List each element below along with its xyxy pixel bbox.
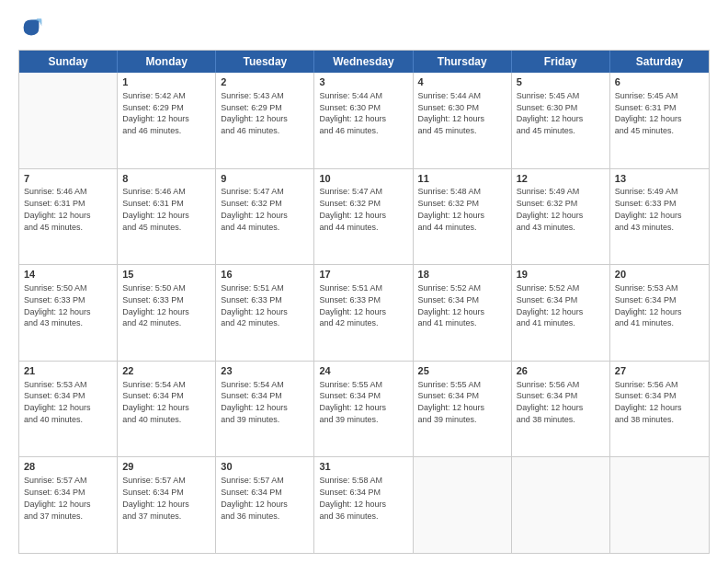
day-info: Sunrise: 5:42 AM Sunset: 6:29 PM Dayligh… bbox=[122, 91, 189, 135]
day-info: Sunrise: 5:43 AM Sunset: 6:29 PM Dayligh… bbox=[221, 91, 288, 135]
day-info: Sunrise: 5:49 AM Sunset: 6:33 PM Dayligh… bbox=[615, 187, 682, 231]
calendar-day-1: 1Sunrise: 5:42 AM Sunset: 6:29 PM Daylig… bbox=[118, 73, 216, 168]
header-day-wednesday: Wednesday bbox=[314, 51, 413, 73]
day-number: 17 bbox=[319, 268, 407, 282]
calendar-day-29: 29Sunrise: 5:57 AM Sunset: 6:34 PM Dayli… bbox=[118, 457, 216, 553]
day-info: Sunrise: 5:51 AM Sunset: 6:33 PM Dayligh… bbox=[319, 283, 386, 327]
day-number: 14 bbox=[24, 268, 112, 282]
day-info: Sunrise: 5:44 AM Sunset: 6:30 PM Dayligh… bbox=[418, 91, 485, 135]
day-number: 13 bbox=[615, 172, 704, 186]
day-info: Sunrise: 5:50 AM Sunset: 6:33 PM Dayligh… bbox=[24, 283, 91, 327]
calendar-day-14: 14Sunrise: 5:50 AM Sunset: 6:33 PM Dayli… bbox=[19, 265, 118, 361]
calendar-day-31: 31Sunrise: 5:58 AM Sunset: 6:34 PM Dayli… bbox=[314, 457, 413, 553]
day-number: 18 bbox=[418, 268, 506, 282]
day-number: 7 bbox=[24, 172, 112, 186]
calendar-day-2: 2Sunrise: 5:43 AM Sunset: 6:29 PM Daylig… bbox=[216, 73, 314, 168]
calendar-day-21: 21Sunrise: 5:53 AM Sunset: 6:34 PM Dayli… bbox=[19, 362, 118, 457]
day-number: 21 bbox=[24, 364, 112, 378]
day-number: 19 bbox=[517, 268, 605, 282]
day-info: Sunrise: 5:45 AM Sunset: 6:31 PM Dayligh… bbox=[615, 91, 682, 135]
calendar-body: 1Sunrise: 5:42 AM Sunset: 6:29 PM Daylig… bbox=[19, 73, 709, 553]
day-info: Sunrise: 5:55 AM Sunset: 6:34 PM Dayligh… bbox=[418, 380, 485, 424]
day-number: 6 bbox=[615, 75, 704, 89]
calendar-day-27: 27Sunrise: 5:56 AM Sunset: 6:34 PM Dayli… bbox=[610, 362, 709, 457]
calendar-day-17: 17Sunrise: 5:51 AM Sunset: 6:33 PM Dayli… bbox=[314, 265, 413, 361]
calendar-week-1: 1Sunrise: 5:42 AM Sunset: 6:29 PM Daylig… bbox=[19, 73, 709, 169]
calendar-day-22: 22Sunrise: 5:54 AM Sunset: 6:34 PM Dayli… bbox=[118, 362, 216, 457]
day-number: 3 bbox=[319, 75, 407, 89]
day-number: 28 bbox=[24, 460, 112, 474]
day-number: 4 bbox=[418, 75, 506, 89]
day-number: 22 bbox=[122, 364, 210, 378]
calendar-day-18: 18Sunrise: 5:52 AM Sunset: 6:34 PM Dayli… bbox=[414, 265, 512, 361]
day-info: Sunrise: 5:45 AM Sunset: 6:30 PM Dayligh… bbox=[517, 91, 584, 135]
day-info: Sunrise: 5:54 AM Sunset: 6:34 PM Dayligh… bbox=[221, 380, 288, 424]
day-info: Sunrise: 5:47 AM Sunset: 6:32 PM Dayligh… bbox=[319, 187, 386, 231]
calendar-day-6: 6Sunrise: 5:45 AM Sunset: 6:31 PM Daylig… bbox=[610, 73, 709, 168]
day-number: 9 bbox=[221, 172, 309, 186]
calendar-day-19: 19Sunrise: 5:52 AM Sunset: 6:34 PM Dayli… bbox=[512, 265, 610, 361]
day-info: Sunrise: 5:49 AM Sunset: 6:32 PM Dayligh… bbox=[517, 187, 584, 231]
calendar-day-25: 25Sunrise: 5:55 AM Sunset: 6:34 PM Dayli… bbox=[414, 362, 512, 457]
calendar-day-13: 13Sunrise: 5:49 AM Sunset: 6:33 PM Dayli… bbox=[610, 169, 709, 265]
calendar-empty-cell bbox=[19, 73, 118, 168]
day-number: 26 bbox=[517, 364, 605, 378]
day-number: 16 bbox=[221, 268, 309, 282]
day-info: Sunrise: 5:44 AM Sunset: 6:30 PM Dayligh… bbox=[319, 91, 386, 135]
calendar-day-10: 10Sunrise: 5:47 AM Sunset: 6:32 PM Dayli… bbox=[314, 169, 413, 265]
calendar-header: SundayMondayTuesdayWednesdayThursdayFrid… bbox=[19, 51, 709, 73]
day-info: Sunrise: 5:46 AM Sunset: 6:31 PM Dayligh… bbox=[122, 187, 189, 231]
calendar-day-8: 8Sunrise: 5:46 AM Sunset: 6:31 PM Daylig… bbox=[118, 169, 216, 265]
day-info: Sunrise: 5:55 AM Sunset: 6:34 PM Dayligh… bbox=[319, 380, 386, 424]
calendar-day-24: 24Sunrise: 5:55 AM Sunset: 6:34 PM Dayli… bbox=[314, 362, 413, 457]
calendar-empty-cell bbox=[414, 457, 512, 553]
day-info: Sunrise: 5:57 AM Sunset: 6:34 PM Dayligh… bbox=[24, 476, 91, 520]
calendar-week-5: 28Sunrise: 5:57 AM Sunset: 6:34 PM Dayli… bbox=[19, 457, 709, 553]
day-number: 11 bbox=[418, 172, 506, 186]
day-number: 12 bbox=[517, 172, 605, 186]
day-number: 10 bbox=[319, 172, 407, 186]
day-info: Sunrise: 5:53 AM Sunset: 6:34 PM Dayligh… bbox=[615, 283, 682, 327]
calendar-week-3: 14Sunrise: 5:50 AM Sunset: 6:33 PM Dayli… bbox=[19, 265, 709, 362]
calendar-empty-cell bbox=[610, 457, 709, 553]
day-info: Sunrise: 5:46 AM Sunset: 6:31 PM Dayligh… bbox=[24, 187, 91, 231]
logo-icon bbox=[18, 15, 44, 40]
day-info: Sunrise: 5:54 AM Sunset: 6:34 PM Dayligh… bbox=[122, 380, 189, 424]
header-day-monday: Monday bbox=[118, 51, 216, 73]
day-number: 2 bbox=[221, 75, 309, 89]
calendar-day-3: 3Sunrise: 5:44 AM Sunset: 6:30 PM Daylig… bbox=[314, 73, 413, 168]
day-info: Sunrise: 5:47 AM Sunset: 6:32 PM Dayligh… bbox=[221, 187, 288, 231]
logo bbox=[18, 15, 48, 40]
header-day-thursday: Thursday bbox=[414, 51, 512, 73]
calendar-day-9: 9Sunrise: 5:47 AM Sunset: 6:32 PM Daylig… bbox=[216, 169, 314, 265]
day-info: Sunrise: 5:53 AM Sunset: 6:34 PM Dayligh… bbox=[24, 380, 91, 424]
calendar-day-26: 26Sunrise: 5:56 AM Sunset: 6:34 PM Dayli… bbox=[512, 362, 610, 457]
day-number: 20 bbox=[615, 268, 704, 282]
day-number: 29 bbox=[122, 460, 210, 474]
calendar-day-20: 20Sunrise: 5:53 AM Sunset: 6:34 PM Dayli… bbox=[610, 265, 709, 361]
header-day-sunday: Sunday bbox=[19, 51, 118, 73]
day-number: 8 bbox=[122, 172, 210, 186]
calendar-day-28: 28Sunrise: 5:57 AM Sunset: 6:34 PM Dayli… bbox=[19, 457, 118, 553]
calendar-day-23: 23Sunrise: 5:54 AM Sunset: 6:34 PM Dayli… bbox=[216, 362, 314, 457]
day-number: 23 bbox=[221, 364, 309, 378]
calendar-day-11: 11Sunrise: 5:48 AM Sunset: 6:32 PM Dayli… bbox=[414, 169, 512, 265]
calendar-day-5: 5Sunrise: 5:45 AM Sunset: 6:30 PM Daylig… bbox=[512, 73, 610, 168]
calendar-day-4: 4Sunrise: 5:44 AM Sunset: 6:30 PM Daylig… bbox=[414, 73, 512, 168]
calendar-week-4: 21Sunrise: 5:53 AM Sunset: 6:34 PM Dayli… bbox=[19, 362, 709, 458]
day-info: Sunrise: 5:50 AM Sunset: 6:33 PM Dayligh… bbox=[122, 283, 189, 327]
day-info: Sunrise: 5:56 AM Sunset: 6:34 PM Dayligh… bbox=[615, 380, 682, 424]
day-info: Sunrise: 5:51 AM Sunset: 6:33 PM Dayligh… bbox=[221, 283, 288, 327]
day-info: Sunrise: 5:58 AM Sunset: 6:34 PM Dayligh… bbox=[319, 476, 386, 520]
day-number: 15 bbox=[122, 268, 210, 282]
day-number: 1 bbox=[122, 75, 210, 89]
calendar-day-16: 16Sunrise: 5:51 AM Sunset: 6:33 PM Dayli… bbox=[216, 265, 314, 361]
calendar-week-2: 7Sunrise: 5:46 AM Sunset: 6:31 PM Daylig… bbox=[19, 169, 709, 266]
day-info: Sunrise: 5:57 AM Sunset: 6:34 PM Dayligh… bbox=[122, 476, 189, 520]
calendar-empty-cell bbox=[512, 457, 610, 553]
page-header bbox=[18, 15, 710, 40]
day-info: Sunrise: 5:52 AM Sunset: 6:34 PM Dayligh… bbox=[517, 283, 584, 327]
day-number: 25 bbox=[418, 364, 506, 378]
day-number: 5 bbox=[517, 75, 605, 89]
header-day-tuesday: Tuesday bbox=[216, 51, 314, 73]
